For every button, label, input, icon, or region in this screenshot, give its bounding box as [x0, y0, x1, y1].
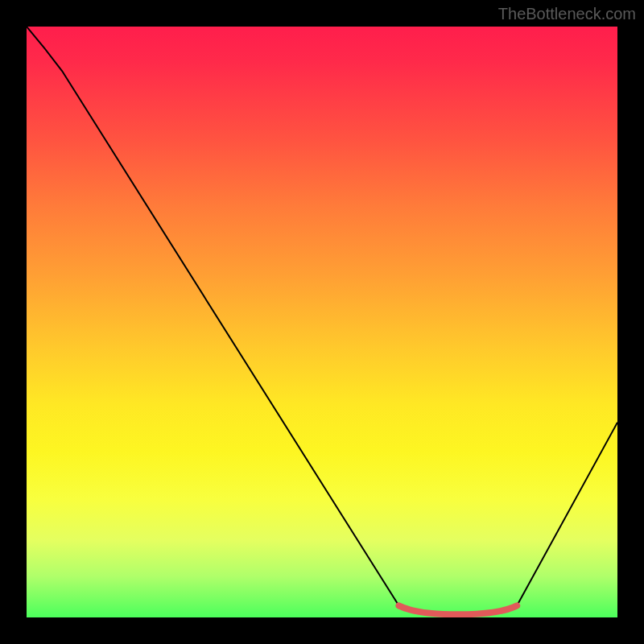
chart-plot-area [27, 27, 617, 617]
bottleneck-curve-svg [27, 27, 617, 617]
watermark-text: TheBottleneck.com [498, 5, 636, 23]
curve-path [27, 27, 617, 614]
highlight-path [398, 605, 517, 614]
